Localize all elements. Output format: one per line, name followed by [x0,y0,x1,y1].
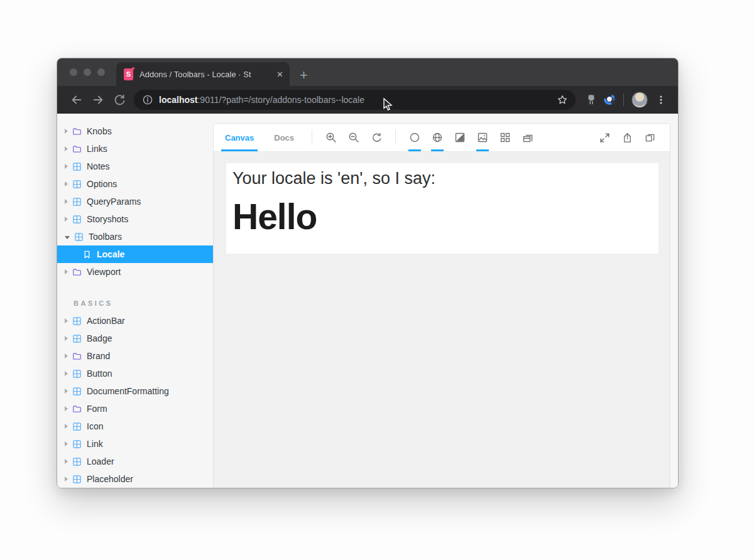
profile-avatar[interactable] [631,92,648,108]
close-window-button[interactable] [70,68,77,76]
caret-right-icon[interactable] [65,269,68,274]
sidebar-item-queryparams[interactable]: QueryParams [57,193,213,210]
component-icon [72,387,82,396]
sidebar-section-basics: BASICS [57,294,213,312]
back-button[interactable] [66,89,87,110]
folder-icon [72,404,82,414]
page-info-icon[interactable] [143,95,153,105]
component-icon [74,232,84,242]
sidebar-item-badge[interactable]: Badge [57,330,213,347]
tab-close-icon[interactable]: ✕ [276,70,283,79]
new-tab-button[interactable]: + [300,68,308,82]
toolbar-right-group [593,124,661,151]
caret-right-icon[interactable] [65,389,68,394]
circle-tool-button[interactable] [403,124,426,151]
sidebar-item-documentformatting[interactable]: DocumentFormatting [57,382,213,400]
page: S Addons / Toolbars - Locale · St ✕ + lo… [0,0,754,560]
tab-canvas[interactable]: Canvas [215,124,264,151]
component-icon [72,180,82,189]
copy-link-button[interactable] [638,124,661,151]
preview-panel: Canvas Docs [213,123,670,488]
browser-menu-icon[interactable] [652,90,670,109]
locale-message: Your locale is 'en', so I say: [232,168,652,190]
component-icon [72,197,82,207]
sidebar-item-notes[interactable]: Notes [57,158,213,175]
fullscreen-button[interactable] [593,124,616,151]
contrast-backgrounds-button[interactable] [449,124,471,151]
browser-toolbar: localhost:9011/?path=/story/addons-toolb… [57,86,678,114]
share-button[interactable] [616,124,638,151]
folder-icon [72,144,82,154]
caret-right-icon[interactable] [65,441,68,446]
component-icon [72,422,82,431]
caret-right-icon[interactable] [65,336,68,341]
tab-strip: S Addons / Toolbars - Locale · St ✕ + [57,58,678,86]
sidebar-item-locale[interactable]: Locale [57,245,213,263]
sidebar: Knobs Links Notes Options [57,114,213,488]
grid-toggle-button[interactable] [494,124,516,151]
caret-right-icon[interactable] [65,371,68,376]
caret-right-icon[interactable] [65,146,68,151]
sidebar-item-button[interactable]: Button [57,365,213,382]
story-frame: Your locale is 'en', so I say: Hello [226,163,658,254]
component-icon [72,215,82,224]
component-icon [72,475,82,484]
sidebar-item-loader[interactable]: Loader [57,453,213,470]
component-icon [72,369,82,379]
reload-button[interactable] [109,89,130,110]
zoom-window-button[interactable] [97,68,105,76]
minimize-window-button[interactable] [84,68,91,76]
sidebar-item-brand[interactable]: Brand [57,347,213,365]
sidebar-item-links[interactable]: Links [57,140,213,158]
sidebar-item-toolbars[interactable]: Toolbars [57,228,213,245]
caret-right-icon[interactable] [65,406,68,411]
tab-docs[interactable]: Docs [264,124,304,151]
toolbar-divider [623,94,624,106]
sidebar-item-placeholder[interactable]: Placeholder [57,470,213,488]
caret-right-icon[interactable] [65,459,68,464]
sidebar-item-icon[interactable]: Icon [57,417,213,435]
caret-right-icon[interactable] [65,164,68,169]
caret-right-icon[interactable] [65,424,68,429]
url-path: :9011/?path=/story/addons-toolbars--loca… [197,95,364,105]
windows-stack-button[interactable] [516,124,539,151]
caret-right-icon[interactable] [65,129,68,134]
bookmark-icon [82,250,92,259]
blocker-extension-icon[interactable] [601,90,620,109]
story-canvas: Your locale is 'en', so I say: Hello [214,152,670,488]
caret-right-icon[interactable] [65,318,68,323]
address-bar[interactable]: localhost:9011/?path=/story/addons-toolb… [134,90,576,110]
sidebar-item-knobs[interactable]: Knobs [57,122,213,140]
zoom-in-button[interactable] [320,124,342,151]
component-icon [72,439,82,449]
browser-tab[interactable]: S Addons / Toolbars - Locale · St ✕ [116,62,290,86]
sidebar-item-viewport[interactable]: Viewport [57,263,213,281]
storybook-app: Knobs Links Notes Options [57,114,678,488]
tab-title: Addons / Toolbars - Locale · St [139,70,273,79]
caret-right-icon[interactable] [65,353,68,358]
sidebar-item-actionbar[interactable]: ActionBar [57,312,213,330]
zoom-out-button[interactable] [342,124,365,151]
toolbar-separator [312,130,312,145]
url-text: localhost:9011/?path=/story/addons-toolb… [159,95,557,105]
sidebar-item-storyshots[interactable]: Storyshots [57,210,213,228]
globe-locale-button[interactable] [426,124,449,151]
bookmark-star-icon[interactable] [557,94,568,105]
preview-toolbar: Canvas Docs [214,124,670,152]
zoom-reset-button[interactable] [365,124,388,151]
toolbar-separator [395,130,396,145]
forward-button[interactable] [87,89,109,110]
caret-right-icon[interactable] [65,199,68,204]
github-extension-icon[interactable] [582,90,601,109]
sidebar-item-options[interactable]: Options [57,175,213,193]
caret-down-icon[interactable] [65,236,70,239]
image-snapshot-button[interactable] [471,124,494,151]
caret-right-icon[interactable] [65,477,68,482]
browser-window: S Addons / Toolbars - Locale · St ✕ + lo… [57,58,679,488]
caret-right-icon[interactable] [65,181,68,186]
caret-right-icon[interactable] [65,217,68,222]
preview-area: Canvas Docs [213,114,678,488]
folder-icon [72,267,82,277]
sidebar-item-form[interactable]: Form [57,400,213,417]
sidebar-item-link[interactable]: Link [57,435,213,453]
